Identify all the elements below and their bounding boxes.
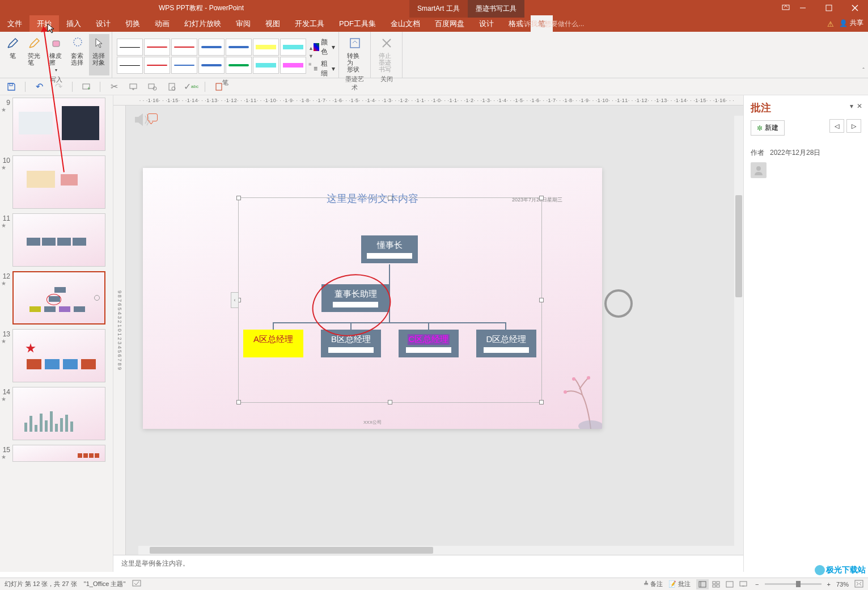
vertical-scrollbar[interactable]: [734, 116, 743, 555]
new-slide-icon[interactable]: +: [81, 81, 92, 92]
menu-design2[interactable]: 设计: [472, 15, 501, 32]
pen-preset[interactable]: [226, 39, 252, 56]
pen-preset[interactable]: [198, 57, 225, 74]
slide-thumb-12[interactable]: 12★: [0, 269, 113, 327]
slide-thumb-13[interactable]: 13★: [0, 327, 113, 385]
menu-insert[interactable]: 插入: [59, 15, 88, 32]
menu-file[interactable]: 文件: [0, 15, 29, 32]
share-button[interactable]: 👤 共享: [839, 18, 863, 28]
sorter-view-button[interactable]: [710, 579, 722, 589]
pen-preset[interactable]: [117, 57, 143, 74]
save-icon[interactable]: [6, 81, 17, 92]
horizontal-scrollbar[interactable]: [138, 546, 734, 555]
org-box-d[interactable]: D区总经理: [476, 330, 536, 357]
minimize-button[interactable]: [790, 0, 816, 16]
menu-pdf-tools[interactable]: PDF工具集: [332, 15, 383, 32]
comment-indicator-icon[interactable]: [147, 113, 158, 121]
thickness-dropdown[interactable]: ≡粗细 ▾: [314, 59, 335, 78]
scroll-thumb[interactable]: [735, 195, 742, 297]
notes-toggle[interactable]: ≜ 备注: [643, 580, 663, 588]
horizontal-ruler[interactable]: · · ·1·16· · ·1·15· · ·1·14· · ·1·13· · …: [113, 95, 743, 106]
pen-preset[interactable]: [253, 39, 279, 56]
panel-options-icon[interactable]: ▾: [850, 102, 853, 110]
text-pane-toggle[interactable]: ‹: [231, 292, 239, 308]
ink-annotation-ring[interactable]: [604, 289, 633, 318]
context-tab-smartart[interactable]: SmartArt 工具: [409, 0, 468, 18]
pen-preset[interactable]: [171, 39, 197, 56]
from-current-icon[interactable]: [147, 81, 158, 92]
pen-gallery[interactable]: [116, 37, 307, 75]
pen-preset[interactable]: [144, 39, 170, 56]
comments-toggle[interactable]: 📝 批注: [668, 580, 691, 588]
convert-to-shape-button[interactable]: 转换为 形状: [344, 34, 366, 75]
org-box-a[interactable]: A区总经理: [243, 330, 303, 357]
gallery-more-icon[interactable]: ≡: [308, 61, 314, 67]
slide-thumb-15[interactable]: 15★: [0, 442, 113, 464]
pen-preset[interactable]: [226, 57, 252, 74]
zoom-in-button[interactable]: +: [827, 581, 831, 588]
zoom-slider[interactable]: [765, 583, 822, 585]
pen-preset[interactable]: [280, 57, 306, 74]
slide-thumbnail-panel[interactable]: 9★ 10★ 11★ 12★ 13★: [0, 95, 113, 572]
undo-icon[interactable]: ↶: [33, 81, 45, 92]
menu-wps-docs[interactable]: 金山文档: [383, 15, 427, 32]
slideshow-view-button[interactable]: [737, 579, 750, 589]
menu-animations[interactable]: 动画: [147, 15, 177, 32]
lasso-button[interactable]: 套索选择: [67, 34, 88, 75]
resize-handle[interactable]: [236, 196, 241, 200]
org-box-c[interactable]: C区总经理: [399, 330, 459, 357]
gallery-up-icon[interactable]: ▲: [308, 45, 314, 51]
spellcheck-status-icon[interactable]: [132, 580, 141, 589]
prev-comment-button[interactable]: ◁: [829, 119, 844, 133]
resize-handle[interactable]: [539, 196, 544, 200]
context-tab-ink[interactable]: 墨迹书写工具: [468, 0, 524, 18]
menu-design[interactable]: 设计: [88, 15, 118, 32]
menu-baidu-disk[interactable]: 百度网盘: [427, 15, 472, 32]
menu-review[interactable]: 审阅: [228, 15, 258, 32]
zoom-out-button[interactable]: −: [755, 581, 759, 588]
slide-thumb-14[interactable]: 14★: [0, 385, 113, 442]
zoom-level[interactable]: 73%: [836, 581, 849, 588]
print-preview-icon[interactable]: [166, 81, 177, 92]
pen-preset[interactable]: [171, 57, 197, 74]
resize-handle[interactable]: [236, 400, 241, 404]
slideshow-icon[interactable]: [128, 81, 139, 92]
slide-thumb-10[interactable]: 10★: [0, 153, 113, 211]
pen-preset[interactable]: [253, 57, 279, 74]
color-dropdown[interactable]: 颜色 ▾: [314, 37, 335, 57]
highlighter-button[interactable]: 荧光笔: [24, 34, 45, 75]
resize-handle[interactable]: [388, 400, 392, 404]
menu-developer[interactable]: 开发工具: [287, 15, 332, 32]
reading-view-button[interactable]: [723, 579, 736, 589]
gallery-down-icon[interactable]: ▼: [308, 53, 314, 59]
menu-slideshow[interactable]: 幻灯片放映: [177, 15, 228, 32]
slide-canvas[interactable]: 这里是举例文本内容 2023年7月28日星期三 XXX公司 ‹: [143, 168, 602, 429]
panel-close-icon[interactable]: ✕: [857, 102, 862, 110]
spellcheck-icon[interactable]: ✓abc: [185, 81, 197, 92]
notes-pane[interactable]: 这里是举例备注内容。: [113, 555, 743, 572]
warning-icon[interactable]: ⚠: [827, 20, 834, 28]
pen-preset[interactable]: [144, 57, 170, 74]
pen-preset[interactable]: [198, 39, 225, 56]
normal-view-button[interactable]: [696, 579, 709, 589]
maximize-button[interactable]: [816, 0, 842, 16]
scroll-thumb[interactable]: [150, 547, 433, 554]
canvas-area[interactable]: 这里是举例文本内容 2023年7月28日星期三 XXX公司 ‹: [126, 106, 743, 555]
next-comment-button[interactable]: ▷: [846, 119, 861, 133]
cut-icon[interactable]: ✂: [108, 81, 120, 92]
tell-me-search[interactable]: ♀ 告诉我您想要做什么...: [510, 19, 584, 29]
slide-thumb-11[interactable]: 11★: [0, 211, 113, 269]
pen-preset[interactable]: [280, 39, 306, 56]
menu-transitions[interactable]: 切换: [118, 15, 147, 32]
new-comment-button[interactable]: ✼ 新建: [751, 120, 785, 136]
close-button[interactable]: [842, 0, 868, 16]
pen-preset[interactable]: [117, 39, 143, 56]
resize-handle[interactable]: [539, 298, 544, 302]
vertical-ruler[interactable]: 9 8 7 6 5 4 3 2 1 0 1 2 3 4 5 6 7 8 9: [113, 106, 126, 555]
menu-view[interactable]: 视图: [258, 15, 287, 32]
org-box-chairman[interactable]: 懂事长: [361, 235, 418, 263]
pen-button[interactable]: 笔: [3, 34, 23, 75]
collapse-ribbon-icon[interactable]: ˆ: [862, 67, 865, 74]
ribbon-display-options-icon[interactable]: [782, 3, 790, 13]
select-objects-button[interactable]: 选择对象: [89, 34, 109, 75]
